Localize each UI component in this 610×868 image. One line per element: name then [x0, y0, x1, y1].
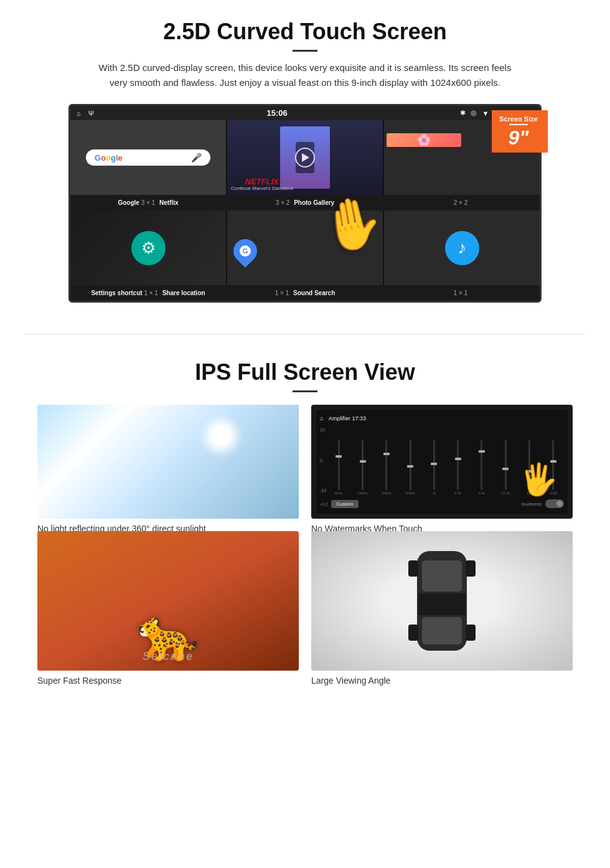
settings-app-name: Settings shortcut [91, 290, 142, 296]
slider-track-6 [457, 440, 459, 490]
slider-thumb-4 [407, 465, 413, 468]
app-grid-row1: Google 🎤 [70, 120, 540, 195]
settings-thumbnail: ⚙ [70, 210, 226, 285]
netflix-label: NETFLIX Continue Marvel's Daredevil [231, 177, 293, 191]
play-circle [295, 148, 315, 167]
amp-prev-icon: ◁◁ [320, 501, 327, 507]
maps-icon-group: G [233, 233, 257, 263]
status-left: ⌂ Ψ [77, 110, 94, 117]
badge-label: Screen Size [498, 115, 539, 123]
app-label-gallery: 2 × 2 [384, 197, 540, 208]
status-bar: ⌂ Ψ 15:06 ✱ ◎ ▼ ⊡ ◁) ⊠ ▭ [70, 106, 540, 120]
amp-custom-btn[interactable]: Custom [331, 500, 359, 508]
app-cell-google[interactable]: Google 🎤 [70, 120, 226, 195]
netflix-thumbnail: NETFLIX Continue Marvel's Daredevil [227, 120, 383, 195]
app-cell-settings[interactable]: ⚙ [70, 210, 226, 285]
amp-slider-60: 60hz [328, 440, 349, 495]
device-mockup: ⌂ Ψ 15:06 ✱ ◎ ▼ ⊡ ◁) ⊠ ▭ [68, 104, 542, 303]
amplifier-image: ⌂ Amplifier 17:33 10 0 -10 // Sli [311, 405, 573, 519]
home-icon[interactable]: ⌂ [77, 110, 81, 117]
section1-description: With 2.5D curved-display screen, this de… [93, 60, 517, 90]
amp-slider-500: 500hz [400, 440, 421, 495]
slider-track-2 [362, 440, 364, 490]
svg-rect-7 [466, 560, 476, 577]
google-search-bar[interactable]: Google 🎤 [86, 149, 210, 166]
slider-label-60: 60hz [335, 491, 343, 495]
slider-label-200: 200hz [382, 491, 392, 495]
settings-app-size: 1 × 1 [144, 290, 158, 296]
app-labels-row2: Settings shortcut 1 × 1 Share location 1… [70, 285, 540, 301]
amp-title: Amplifier 17:33 [329, 415, 366, 422]
amp-home-icon: ⌂ [320, 415, 324, 422]
gallery-photo-1: 🌸 [387, 133, 461, 147]
amp-slider-200: 200hz [376, 440, 397, 495]
amp-toggle[interactable] [545, 499, 564, 508]
netflix-app-size: 3 × 2 [276, 199, 290, 206]
slider-label-12.5k: 12.5k [501, 491, 510, 495]
share-app-name: Share location [162, 290, 205, 296]
app-cell-share[interactable]: G 🤚 [227, 210, 383, 285]
img-item-car: Large Viewing Angle [311, 531, 573, 671]
screen-size-badge: Screen Size 9" [492, 110, 548, 153]
slider-thumb-1 [336, 455, 342, 458]
slider-track-8 [505, 440, 507, 490]
cheetah-image: 🐆 Seicane [37, 531, 299, 671]
share-thumbnail: G 🤚 [227, 210, 383, 285]
slider-thumb-7 [479, 450, 485, 453]
slider-label-1k: 1k [432, 491, 436, 495]
mic-icon: 🎤 [191, 153, 202, 163]
google-app-name: Google [118, 199, 139, 206]
share-app-size: 1 × 1 [275, 290, 289, 296]
app-labels-row1: Google 3 × 1 Netflix 3 × 2 Photo Gallery… [70, 195, 540, 210]
title-underline [293, 50, 317, 52]
section2-underline [293, 390, 317, 392]
amp-sliders-area: 10 0 -10 // Sliders will be rendered by … [320, 423, 564, 498]
sunlight-image [37, 405, 299, 519]
sound-icon-bg: ♪ [445, 231, 479, 265]
app-cell-sound[interactable]: ♪ [384, 210, 540, 285]
badge-underline [509, 124, 528, 125]
slider-track-3 [385, 440, 387, 490]
gallery-app-size: 2 × 2 [454, 199, 468, 206]
maps-pin-inner: G [237, 243, 253, 258]
slider-thumb-5 [431, 463, 437, 465]
gear-icon: ⚙ [141, 238, 156, 258]
music-note-icon: ♪ [458, 238, 466, 258]
app-cell-netflix[interactable]: NETFLIX Continue Marvel's Daredevil [227, 120, 383, 195]
slider-thumb-3 [383, 453, 390, 455]
device-screen: ⌂ Ψ 15:06 ✱ ◎ ▼ ⊡ ◁) ⊠ ▭ [68, 104, 542, 303]
slider-label-100: 100hz [357, 491, 367, 495]
sound-app-size: 1 × 1 [454, 290, 468, 296]
location-icon: ◎ [471, 109, 477, 117]
svg-rect-3 [422, 617, 462, 644]
svg-rect-6 [408, 560, 418, 577]
svg-rect-8 [408, 625, 418, 641]
app-label-google: Google 3 × 1 Netflix [70, 197, 226, 208]
section-curved-screen: 2.5D Curved Touch Screen With 2.5D curve… [0, 0, 610, 315]
amp-container: ⌂ Amplifier 17:33 10 0 -10 // Sli [316, 410, 568, 514]
hand-emoji: 🤚 [316, 190, 388, 258]
google-logo: Google [95, 153, 123, 163]
slider-label-2.5k: 2.5k [454, 491, 461, 495]
amp-loudness-label: loudness [522, 501, 542, 507]
amp-slider-2.5k: 2.5k [448, 440, 469, 495]
cheetah-caption: Super Fast Response [37, 676, 299, 686]
image-grid: No light reflecting under 360° direct su… [37, 405, 573, 671]
sun-glow [199, 414, 243, 458]
google-app-size: 3 × 1 [141, 199, 156, 206]
netflix-app-name-label: Netflix [159, 199, 179, 206]
sky-gradient [37, 405, 299, 519]
img-item-amplifier: ⌂ Amplifier 17:33 10 0 -10 // Sli [311, 405, 573, 519]
slider-track-5 [433, 440, 435, 490]
amp-toggle-thumb [556, 501, 563, 507]
google-thumbnail: Google 🎤 [70, 120, 226, 195]
img-item-sunlight: No light reflecting under 360° direct su… [37, 405, 299, 519]
slider-track-4 [410, 440, 411, 490]
car-caption: Large Viewing Angle [311, 676, 573, 686]
app-grid-row2: ⚙ G [70, 210, 540, 285]
bluetooth-icon: ✱ [460, 109, 466, 117]
cheetah-watermark: Seicane [143, 650, 194, 663]
car-svg [405, 539, 479, 663]
maps-g-letter: G [243, 247, 248, 255]
svg-rect-2 [418, 593, 466, 615]
